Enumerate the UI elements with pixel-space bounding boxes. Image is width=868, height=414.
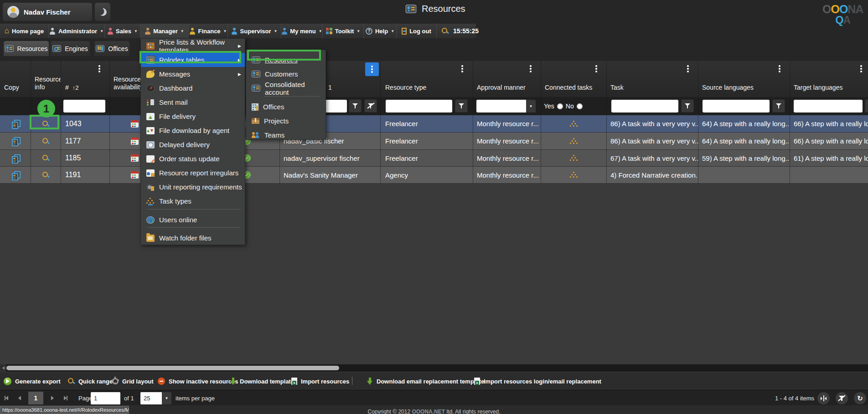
nav-administrator[interactable]: Administrator▼ bbox=[49, 24, 105, 38]
nav-help[interactable]: ? Help▼ bbox=[364, 24, 397, 38]
column-menu-icon[interactable] bbox=[860, 65, 862, 73]
submenu-item-offices[interactable]: Offices bbox=[246, 100, 326, 114]
copy-icon[interactable] bbox=[12, 120, 19, 128]
tab-offices[interactable]: Offices bbox=[94, 41, 129, 56]
filter-input-target-languages[interactable] bbox=[794, 100, 863, 112]
column-header-source-languages[interactable]: Source languages bbox=[698, 61, 790, 97]
column-header-resource-type[interactable]: Resource type bbox=[380, 61, 473, 97]
nav-finance[interactable]: Finance▼ bbox=[189, 24, 228, 38]
table-row[interactable]: 1177 ✓ nadav_basic fischer Freelancer Mo… bbox=[0, 133, 868, 150]
grid-layout-button[interactable]: Grid layout bbox=[112, 372, 154, 390]
filter-funnel-button[interactable] bbox=[865, 99, 868, 112]
import-resources-button[interactable]: Import resources bbox=[291, 372, 349, 390]
refresh-button[interactable]: ↻ bbox=[854, 392, 866, 404]
nav-toolkit[interactable]: Toolkit▼ bbox=[323, 24, 364, 38]
nav-manager[interactable]: Manager▼ bbox=[140, 24, 189, 38]
resource-info-icon[interactable] bbox=[42, 154, 49, 162]
show-inactive-resources-button[interactable]: Show inactive resources bbox=[158, 372, 238, 390]
previous-page-button[interactable] bbox=[18, 390, 21, 406]
submenu-item-customers[interactable]: Customers bbox=[246, 67, 326, 81]
column-header-resource-info[interactable]: Resource info bbox=[31, 61, 61, 97]
current-page-button[interactable]: 1 bbox=[28, 392, 43, 404]
submenu-item-projects[interactable]: Projects bbox=[246, 114, 326, 128]
menu-item-task-types[interactable]: Task types bbox=[141, 194, 245, 208]
menu-item-unit-reporting-requirements[interactable]: Unit reporting requirements bbox=[141, 180, 245, 194]
submenu-item-teams[interactable]: Teams bbox=[246, 128, 326, 140]
column-header-task[interactable]: Task bbox=[606, 61, 698, 97]
connected-tasks-icon[interactable] bbox=[570, 172, 577, 178]
scrollbar-thumb[interactable] bbox=[6, 366, 339, 370]
menu-item-file-download-by-agent[interactable]: File download by agent bbox=[141, 123, 245, 138]
page-size-caret[interactable]: ▼ bbox=[162, 392, 171, 404]
page-number-input[interactable] bbox=[91, 392, 120, 404]
table-row[interactable]: 1185 ✓ nadav_supervisor fischer Freelanc… bbox=[0, 150, 868, 167]
table-row[interactable]: 1191 ✓ Nadav's Sanity Manager Agency Mon… bbox=[0, 167, 868, 184]
nav-my-menu[interactable]: My menu▼ bbox=[281, 24, 323, 38]
submenu-item-consolidated-account[interactable]: Consolidated account bbox=[246, 81, 326, 95]
filter-funnel-button[interactable] bbox=[455, 99, 468, 112]
table-row[interactable]: 1043 ✓ Freelancer Monthly resource r... … bbox=[0, 115, 868, 133]
filter-input-resource-type[interactable] bbox=[386, 100, 452, 112]
menu-item-watch-folder-files[interactable]: Watch folder files bbox=[141, 231, 245, 245]
user-chip[interactable]: Nadav Fischer bbox=[3, 3, 92, 21]
copy-icon[interactable] bbox=[12, 137, 19, 145]
next-page-button[interactable] bbox=[51, 390, 54, 406]
filter-input-number[interactable] bbox=[63, 100, 105, 112]
column-menu-icon[interactable] bbox=[687, 65, 689, 73]
availability-calendar-icon[interactable] bbox=[131, 120, 139, 128]
resource-info-icon[interactable] bbox=[42, 171, 49, 179]
availability-calendar-icon[interactable] bbox=[131, 171, 139, 179]
filter-clear-button[interactable] bbox=[364, 99, 377, 112]
connected-tasks-icon[interactable] bbox=[570, 138, 577, 144]
filter-funnel-button[interactable] bbox=[349, 99, 362, 112]
menu-item-messages[interactable]: Messages ▶ bbox=[141, 67, 245, 81]
column-menu-icon[interactable] bbox=[98, 65, 100, 73]
nav-supervisor[interactable]: Supervisor▼ bbox=[228, 24, 281, 38]
menu-item-users-online[interactable]: Users online bbox=[141, 213, 245, 227]
tab-resources[interactable]: Resources bbox=[4, 41, 49, 56]
combobox-caret-button[interactable]: ▼ bbox=[526, 100, 536, 112]
theme-toggle-button[interactable] bbox=[95, 3, 110, 21]
column-menu-icon[interactable] bbox=[779, 65, 780, 73]
tab-engines[interactable]: Engines bbox=[51, 41, 90, 56]
quick-range-button[interactable]: Quick range bbox=[67, 372, 113, 390]
download-template-button[interactable]: Download template bbox=[230, 372, 294, 390]
filter-combobox-approval-manner[interactable] bbox=[476, 100, 526, 112]
menu-item-sent-mail[interactable]: Sent mail bbox=[141, 95, 245, 109]
fit-columns-button[interactable] bbox=[817, 392, 830, 404]
resource-info-icon[interactable] bbox=[42, 138, 49, 145]
import-resources-login-email-replacement-button[interactable]: Import resources login/email replacement bbox=[474, 372, 601, 390]
column-menu-icon[interactable] bbox=[530, 65, 532, 73]
menu-item-file-delivery[interactable]: File delivery bbox=[141, 109, 245, 123]
horizontal-scrollbar[interactable] bbox=[0, 364, 868, 372]
menu-item-resource-report-irregulars[interactable]: Resource report irregulars bbox=[141, 166, 245, 180]
connected-tasks-icon[interactable] bbox=[570, 121, 577, 127]
column-menu-icon[interactable] bbox=[595, 65, 597, 73]
filter-input-source-languages[interactable] bbox=[703, 100, 770, 112]
nav-log-out[interactable]: Log out bbox=[397, 24, 437, 38]
filter-funnel-button[interactable] bbox=[681, 99, 694, 112]
column-header-copy[interactable]: Copy bbox=[0, 61, 31, 97]
column-header-target-languages[interactable]: Target languages bbox=[790, 61, 868, 97]
scroll-left-button[interactable] bbox=[0, 364, 6, 372]
column-menu-icon[interactable] bbox=[461, 65, 463, 73]
clear-filters-button[interactable] bbox=[836, 392, 848, 404]
column-header-number[interactable]: # ↑2 bbox=[61, 61, 109, 97]
availability-calendar-icon[interactable] bbox=[131, 138, 139, 145]
download-email-replacement-template-button[interactable]: Download email replacement template bbox=[367, 372, 484, 390]
menu-item-dashboard[interactable]: Dashboard bbox=[141, 81, 245, 95]
first-page-button[interactable] bbox=[5, 390, 8, 406]
nav-search[interactable] bbox=[437, 24, 453, 38]
nav-sales[interactable]: Sales▼ bbox=[105, 24, 140, 38]
filter-funnel-button[interactable] bbox=[772, 99, 785, 112]
radio-no[interactable] bbox=[577, 103, 583, 109]
copy-icon[interactable] bbox=[12, 154, 19, 162]
page-size-select[interactable]: 25 bbox=[140, 392, 162, 404]
filter-input-task[interactable] bbox=[611, 100, 678, 112]
column-menu-active-button[interactable] bbox=[365, 62, 379, 76]
radio-yes[interactable] bbox=[557, 103, 563, 109]
copy-icon[interactable] bbox=[12, 171, 19, 179]
menu-item-order-status-update[interactable]: Order status update bbox=[141, 152, 245, 166]
nav-home-page[interactable]: ⌂ Home page bbox=[0, 24, 49, 38]
connected-tasks-icon[interactable] bbox=[570, 155, 577, 161]
